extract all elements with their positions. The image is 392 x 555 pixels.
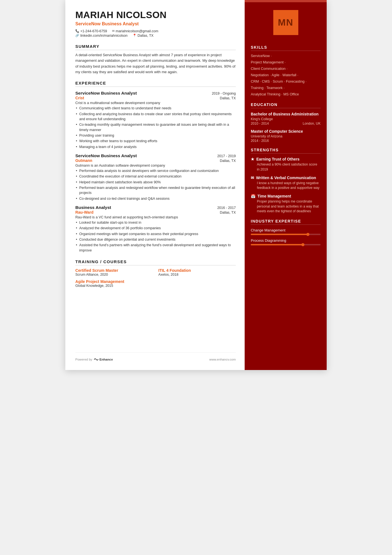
skill-line-6: Analytical Thinking · MS Office bbox=[251, 91, 321, 97]
edu-dates-row-1: 2010 - 2014 London, UK bbox=[251, 122, 321, 125]
strength-title-2: Written & Verbal Communication bbox=[256, 176, 316, 180]
strengths-title: STRENGTHS bbox=[251, 148, 321, 154]
strength-icon-3: 📅 bbox=[251, 194, 255, 198]
exp-title-1: ServiceNow Business Analyst bbox=[75, 91, 137, 96]
strength-header-2: ✉ Written & Verbal Communication bbox=[251, 176, 321, 180]
skill-line-3: Negotiation · Agile · Waterfall · bbox=[251, 72, 321, 78]
exp-desc-1: Crist is a multinational software develo… bbox=[75, 101, 236, 105]
email-icon: ✉ bbox=[112, 29, 115, 33]
strength-desc-2: I know a hundred ways of giving negative… bbox=[251, 181, 321, 191]
bullet: Assisted the fund's partners with analyz… bbox=[75, 243, 236, 253]
bar-dot-2 bbox=[301, 243, 304, 246]
phone-icon: 📞 bbox=[75, 29, 79, 33]
exp-desc-2: Gutmann is an Australian software develo… bbox=[75, 164, 236, 167]
exp-location-2: Dallas, TX bbox=[220, 159, 236, 163]
bullet: Providing user training bbox=[75, 133, 236, 138]
linkedin-value: linkedin.com/in/mariahnicolson bbox=[80, 34, 128, 38]
email-value: mariahnicolson@gmail.com bbox=[116, 29, 158, 33]
contact-row-2: 🔗 linkedin.com/in/mariahnicolson 📍 Dalla… bbox=[75, 34, 236, 38]
experience-title: EXPERIENCE bbox=[75, 81, 236, 87]
header-section: MARIAH NICOLSON ServiceNow Business Anal… bbox=[75, 10, 236, 38]
phone-value: +1-244-670-6759 bbox=[80, 29, 107, 33]
edu-loc-1: London, UK bbox=[303, 122, 321, 125]
edu-degree-2: Master of Computer Science bbox=[251, 129, 321, 134]
exp-title-2: ServiceNow Business Analyst bbox=[75, 153, 137, 158]
skills-list: ServiceNow · Project Management · Client… bbox=[251, 53, 321, 97]
strength-icon-1: ★ bbox=[251, 157, 254, 161]
strength-desc-1: Achieved a 90% client satisfaction score… bbox=[251, 162, 321, 172]
bullet: Performed team analysis and redesigned w… bbox=[75, 185, 236, 196]
exp-item-1: ServiceNow Business Analyst 2019 - Ongoi… bbox=[75, 91, 236, 149]
exp-bullets-3: Looked for suitable start-ups to invest … bbox=[75, 220, 236, 253]
strength-icon-2: ✉ bbox=[251, 176, 254, 180]
exp-bullets-2: Performed data analysis to assist develo… bbox=[75, 168, 236, 201]
exp-header-3: Business Analyst 2016 - 2017 bbox=[75, 205, 236, 210]
location-value: Dallas, TX bbox=[138, 34, 153, 38]
exp-title-3: Business Analyst bbox=[75, 205, 111, 210]
exp-header-2: ServiceNow Business Analyst 2017 - 2019 bbox=[75, 153, 236, 158]
education-section: EDUCATION Bachelor of Business Administr… bbox=[245, 102, 327, 143]
training-org-3: Global Knowledge, 2015 bbox=[75, 284, 153, 288]
phone-item: 📞 +1-244-670-6759 bbox=[75, 29, 107, 33]
brand-name: Enhancv bbox=[100, 358, 113, 361]
edu-dates-1: 2010 - 2014 bbox=[251, 122, 269, 125]
exp-company-1: Crist bbox=[75, 96, 84, 100]
exp-company-row-3: Rau-Ward Dallas, TX bbox=[75, 210, 236, 214]
training-grid: Certified Scrum Master Scrum Alliance, 2… bbox=[75, 268, 236, 288]
exp-location-3: Dallas, TX bbox=[220, 211, 236, 214]
strengths-section: STRENGTHS ★ Earning Trust of Others Achi… bbox=[245, 148, 327, 214]
training-name-2: ITIL 4 Foundation bbox=[158, 268, 236, 273]
exp-company-row-2: Gutmann Dallas, TX bbox=[75, 158, 236, 163]
avatar: MN bbox=[273, 10, 298, 35]
exp-company-row-1: Crist Dallas, TX bbox=[75, 96, 236, 100]
industry-section: INDUSTRY EXPERTISE Change Management Pro… bbox=[245, 219, 327, 245]
edu-item-2: Master of Computer Science University of… bbox=[251, 129, 321, 143]
skill-line-2: Client Communication · bbox=[251, 65, 321, 72]
bar-fill-2 bbox=[251, 244, 303, 245]
edu-dates-row-2: 2014 - 2016 bbox=[251, 139, 321, 143]
training-org-2: Axelos, 2018 bbox=[158, 273, 236, 277]
avatar-area: MN bbox=[245, 2, 327, 40]
experience-section: EXPERIENCE ServiceNow Business Analyst 2… bbox=[75, 81, 236, 253]
summary-section: SUMMARY A detail-oriented ServiceNow Bus… bbox=[75, 44, 236, 75]
strength-item-3: 📅 Time Management Proper planning helps … bbox=[251, 194, 321, 214]
strength-title-1: Earning Trust of Others bbox=[256, 157, 299, 161]
strength-header-3: 📅 Time Management bbox=[251, 194, 321, 198]
training-item-2: ITIL 4 Foundation Axelos, 2018 bbox=[158, 268, 236, 277]
exp-header-1: ServiceNow Business Analyst 2019 - Ongoi… bbox=[75, 91, 236, 96]
training-item-3: Agile Project Management Global Knowledg… bbox=[75, 279, 153, 288]
industry-item-1: Change Management bbox=[251, 228, 321, 235]
strength-item-1: ★ Earning Trust of Others Achieved a 90%… bbox=[251, 157, 321, 172]
summary-text: A detail-oriented ServiceNow Business An… bbox=[75, 52, 236, 75]
exp-date-1: 2019 - Ongoing bbox=[212, 92, 236, 95]
industry-item-2: Process Diagramming bbox=[251, 238, 321, 245]
industry-label-1: Change Management bbox=[251, 228, 321, 232]
exp-company-3: Rau-Ward bbox=[75, 210, 93, 214]
skills-section: SKILLS ServiceNow · Project Management ·… bbox=[245, 45, 327, 97]
footer-bar: Powered by Enhancv www.enhancv.com bbox=[75, 352, 236, 361]
skill-line-5: Training · Teamwork · bbox=[251, 85, 321, 91]
bullet: Analyzed the development of 36 portfolio… bbox=[75, 226, 236, 231]
skill-line-1: Project Management · bbox=[251, 59, 321, 65]
industry-label-2: Process Diagramming bbox=[251, 238, 321, 243]
bullet: Coordinated the execution of internal an… bbox=[75, 174, 236, 179]
location-icon: 📍 bbox=[133, 34, 137, 37]
edu-degree-1: Bachelor of Business Administration bbox=[251, 112, 321, 117]
left-column: MARIAH NICOLSON ServiceNow Business Anal… bbox=[65, 0, 245, 370]
linkedin-icon: 🔗 bbox=[75, 34, 79, 37]
edu-school-2: University of Arizona bbox=[251, 134, 321, 138]
bullet: Co-designed and co-led client trainings … bbox=[75, 196, 236, 201]
summary-title: SUMMARY bbox=[75, 44, 236, 50]
candidate-title: ServiceNow Business Analyst bbox=[75, 21, 236, 26]
skills-title: SKILLS bbox=[251, 45, 321, 51]
bullet: Collecting and analyzing business data t… bbox=[75, 112, 236, 122]
email-item: ✉ mariahnicolson@gmail.com bbox=[112, 29, 158, 33]
bar-track-1 bbox=[251, 234, 321, 235]
bullet: Working with other teams to support test… bbox=[75, 139, 236, 144]
training-title: TRAINING / COURSES bbox=[75, 260, 236, 265]
footer-powered: Powered by Enhancv bbox=[75, 358, 113, 361]
right-top-bar bbox=[245, 0, 327, 2]
training-section: TRAINING / COURSES Certified Scrum Maste… bbox=[75, 260, 236, 288]
education-title: EDUCATION bbox=[251, 102, 321, 108]
exp-date-2: 2017 - 2019 bbox=[217, 154, 236, 158]
